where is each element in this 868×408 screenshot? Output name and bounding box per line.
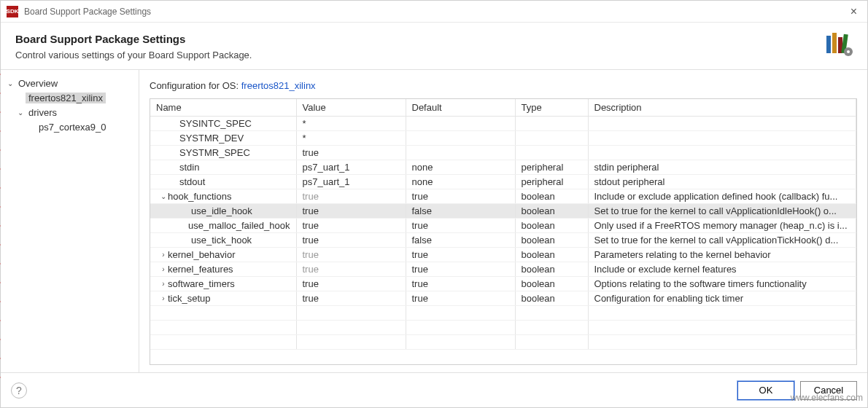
table-row[interactable]: SYSINTC_SPEC* bbox=[150, 117, 856, 131]
table-row[interactable]: ›tick_setuptruetruebooleanConfiguration … bbox=[150, 291, 856, 306]
tree-item-driver-cpu[interactable]: ps7_cortexa9_0 bbox=[5, 119, 134, 134]
main-panel: Configuration for OS: freertos821_xilinx… bbox=[139, 70, 867, 372]
setting-name: software_timers bbox=[168, 278, 235, 289]
cell-name[interactable]: ⌄hook_functions bbox=[150, 189, 296, 204]
table-row[interactable]: ›software_timerstruetruebooleanOptions r… bbox=[150, 277, 856, 291]
setting-name: use_idle_hook bbox=[191, 205, 252, 216]
cell-name[interactable]: SYSINTC_SPEC bbox=[150, 117, 296, 131]
cell-name[interactable]: stdin bbox=[150, 160, 296, 175]
left-tab-artifact bbox=[0, 74, 1, 393]
table-row[interactable]: use_tick_hooktruefalsebooleanSet to true… bbox=[150, 233, 856, 248]
cell-value[interactable]: true bbox=[296, 248, 406, 262]
cell-default: true bbox=[406, 277, 515, 291]
os-link[interactable]: freertos821_xilinx bbox=[241, 80, 316, 91]
cell-description: Include or exclude kernel features bbox=[588, 262, 856, 277]
cell-value[interactable]: true bbox=[296, 291, 406, 306]
setting-name: tick_setup bbox=[168, 293, 211, 304]
chevron-down-icon: ⌄ bbox=[5, 79, 15, 87]
cell-value[interactable]: * bbox=[296, 117, 406, 131]
cell-description: Set to true for the kernel to call vAppl… bbox=[588, 233, 856, 248]
cell-name[interactable]: stdout bbox=[150, 175, 296, 189]
chevron-right-icon[interactable]: › bbox=[159, 280, 168, 288]
cell-default: true bbox=[406, 291, 515, 306]
cell-type bbox=[515, 146, 588, 160]
cell-name[interactable]: ›kernel_features bbox=[150, 262, 296, 277]
setting-name: hook_functions bbox=[168, 191, 231, 202]
cancel-button[interactable]: Cancel bbox=[800, 381, 857, 400]
tree-item-drivers[interactable]: ⌄ drivers bbox=[5, 105, 134, 119]
col-name[interactable]: Name bbox=[150, 99, 296, 117]
config-prefix: Configuration for OS: bbox=[150, 80, 241, 91]
cell-value[interactable]: true bbox=[296, 146, 406, 160]
settings-table: Name Value Default Type Description SYSI… bbox=[150, 99, 856, 350]
cell-type: boolean bbox=[515, 262, 588, 277]
col-type[interactable]: Type bbox=[515, 99, 588, 117]
setting-name: kernel_behavior bbox=[168, 249, 236, 260]
table-row[interactable]: use_idle_hooktruefalsebooleanSet to true… bbox=[150, 204, 856, 219]
cell-name[interactable]: SYSTMR_DEV bbox=[150, 131, 296, 146]
table-row[interactable]: ⌄hook_functionstruetruebooleanInclude or… bbox=[150, 189, 856, 204]
help-icon[interactable]: ? bbox=[11, 382, 27, 399]
table-row-empty bbox=[150, 335, 856, 350]
table-row[interactable]: ›kernel_behaviortruetruebooleanParameter… bbox=[150, 248, 856, 262]
nav-tree[interactable]: ⌄ Overview freertos821_xilinx ⌄ drivers … bbox=[1, 70, 139, 372]
chevron-down-icon[interactable]: ⌄ bbox=[159, 192, 168, 200]
cell-name[interactable]: use_tick_hook bbox=[150, 233, 296, 248]
cell-value[interactable]: true bbox=[296, 189, 406, 204]
col-default[interactable]: Default bbox=[406, 99, 515, 117]
header: Board Support Package Settings Control v… bbox=[1, 23, 867, 70]
table-row[interactable]: ›kernel_featurestruetruebooleanInclude o… bbox=[150, 262, 856, 277]
cell-name[interactable]: ›tick_setup bbox=[150, 291, 296, 306]
cell-name[interactable]: ›kernel_behavior bbox=[150, 248, 296, 262]
col-value[interactable]: Value bbox=[296, 99, 406, 117]
cell-value[interactable]: true bbox=[296, 219, 406, 233]
cell-default: none bbox=[406, 175, 515, 189]
cell-default: true bbox=[406, 219, 515, 233]
cell-type bbox=[515, 117, 588, 131]
svg-point-5 bbox=[847, 50, 850, 53]
tree-item-os[interactable]: freertos821_xilinx bbox=[5, 90, 134, 105]
cell-default: true bbox=[406, 248, 515, 262]
cell-default bbox=[406, 131, 515, 146]
svg-rect-1 bbox=[832, 33, 837, 53]
cell-description: stdin peripheral bbox=[588, 160, 856, 175]
cell-type: peripheral bbox=[515, 160, 588, 175]
cell-name[interactable]: ›software_timers bbox=[150, 277, 296, 291]
cell-name[interactable]: use_idle_hook bbox=[150, 204, 296, 219]
table-row-empty bbox=[150, 321, 856, 335]
table-row[interactable]: use_malloc_failed_hooktruetruebooleanOnl… bbox=[150, 219, 856, 233]
cell-value[interactable]: ps7_uart_1 bbox=[296, 160, 406, 175]
dialog-footer: ? OK Cancel bbox=[1, 372, 867, 407]
cell-value[interactable]: true bbox=[296, 262, 406, 277]
cell-name[interactable]: use_malloc_failed_hook bbox=[150, 219, 296, 233]
cell-value[interactable]: ps7_uart_1 bbox=[296, 175, 406, 189]
table-row[interactable]: stdoutps7_uart_1noneperipheralstdout per… bbox=[150, 175, 856, 189]
cell-description bbox=[588, 117, 856, 131]
cell-value[interactable]: true bbox=[296, 233, 406, 248]
cell-value[interactable]: true bbox=[296, 277, 406, 291]
cell-type: peripheral bbox=[515, 175, 588, 189]
table-row[interactable]: SYSTMR_DEV* bbox=[150, 131, 856, 146]
page-subtitle: Control various settings of your Board S… bbox=[15, 50, 853, 60]
ok-button[interactable]: OK bbox=[737, 381, 794, 400]
cell-default bbox=[406, 146, 515, 160]
close-icon[interactable]: × bbox=[846, 5, 861, 18]
tree-item-overview[interactable]: ⌄ Overview bbox=[5, 76, 134, 90]
table-row[interactable]: SYSTMR_SPECtrue bbox=[150, 146, 856, 160]
cell-default: false bbox=[406, 233, 515, 248]
col-description[interactable]: Description bbox=[588, 99, 856, 117]
chevron-right-icon[interactable]: › bbox=[159, 251, 168, 259]
chevron-right-icon[interactable]: › bbox=[159, 294, 168, 302]
config-for-os: Configuration for OS: freertos821_xilinx bbox=[150, 80, 857, 91]
cell-description bbox=[588, 131, 856, 146]
tree-label: drivers bbox=[26, 107, 60, 118]
cell-value[interactable]: true bbox=[296, 204, 406, 219]
chevron-right-icon[interactable]: › bbox=[159, 265, 168, 273]
body: ⌄ Overview freertos821_xilinx ⌄ drivers … bbox=[1, 70, 867, 372]
tree-label: Overview bbox=[15, 78, 61, 89]
setting-name: kernel_features bbox=[168, 264, 233, 275]
cell-value[interactable]: * bbox=[296, 131, 406, 146]
cell-name[interactable]: SYSTMR_SPEC bbox=[150, 146, 296, 160]
table-header-row: Name Value Default Type Description bbox=[150, 99, 856, 117]
table-row[interactable]: stdinps7_uart_1noneperipheralstdin perip… bbox=[150, 160, 856, 175]
